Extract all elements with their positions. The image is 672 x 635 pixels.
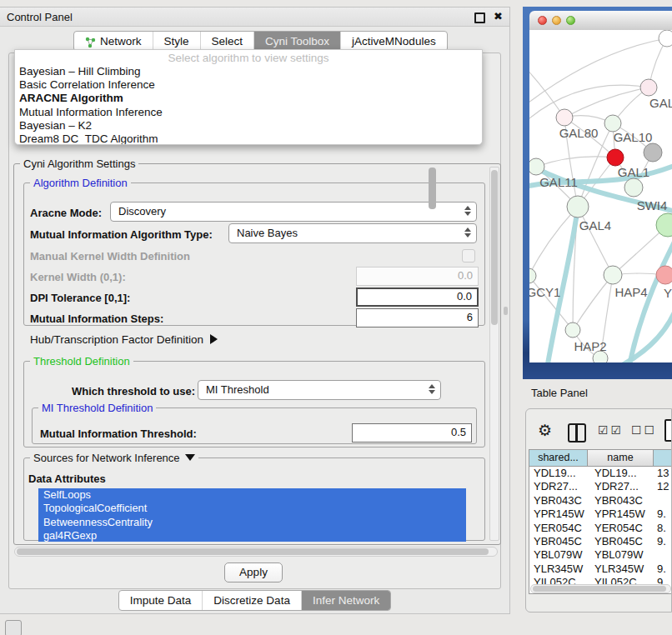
network-canvas[interactable]: GALGAL80GAL10GAL1GAL11SWI4GAL4GCY1HAP4YH… xyxy=(529,30,672,362)
hub-section-toggle[interactable]: Hub/Transcription Factor Definition xyxy=(30,333,218,346)
table-row[interactable]: YER054CYER054C8. xyxy=(529,522,672,535)
tab-cyni-toolbox[interactable]: Cyni Toolbox xyxy=(253,32,340,51)
table-cell[interactable] xyxy=(654,494,672,508)
new-document-icon[interactable] xyxy=(664,419,672,442)
table-cell[interactable]: YDL19... xyxy=(529,467,588,480)
table-cell[interactable]: YBL079W xyxy=(588,548,654,562)
column-layout-icon[interactable] xyxy=(568,423,586,442)
table-cell[interactable]: YLR345W xyxy=(588,562,654,576)
table-row[interactable]: YDR27...YDR27...12 xyxy=(529,480,672,493)
tab-jactivemnodules[interactable]: jActiveMNodules xyxy=(340,32,447,51)
sources-group-title[interactable]: Sources for Network Inference xyxy=(30,452,198,464)
tab-style[interactable]: Style xyxy=(153,32,200,51)
data-attributes-list[interactable]: SelfLoopsTopologicalCoefficientBetweenne… xyxy=(38,488,466,542)
tab-impute-data[interactable]: Impute Data xyxy=(119,591,203,610)
table-cell[interactable] xyxy=(654,548,672,562)
manual-kernel-checkbox[interactable] xyxy=(462,249,475,262)
node-partial-top[interactable] xyxy=(659,30,672,47)
tab-select[interactable]: Select xyxy=(200,32,254,51)
table-row[interactable]: YBR045CYBR045C9. xyxy=(529,535,672,548)
node-swi4[interactable] xyxy=(624,178,643,197)
table-cell[interactable]: YPR145W xyxy=(529,508,588,521)
table-cell[interactable]: YBR043C xyxy=(588,494,654,508)
dropdown-item[interactable]: ARACNE Algorithm xyxy=(15,92,482,105)
node-gal11[interactable] xyxy=(529,158,544,175)
table-cell[interactable]: 8. xyxy=(654,522,672,535)
mi-steps-field[interactable]: 6 xyxy=(356,308,479,328)
node-hap4[interactable] xyxy=(604,266,622,284)
table-cell[interactable]: YER054C xyxy=(529,522,588,535)
minimized-panel-icon[interactable] xyxy=(5,620,22,635)
node-label: HAP2 xyxy=(574,339,606,353)
node-gal80[interactable] xyxy=(556,109,573,126)
attribute-list-item[interactable]: gal4RGexp xyxy=(38,529,466,542)
tab-network[interactable]: Network xyxy=(74,32,153,51)
gear-icon[interactable]: ⚙ xyxy=(538,421,552,440)
dropdown-item[interactable]: Bayesian – K2 xyxy=(15,119,482,132)
close-icon[interactable]: ✖ xyxy=(494,10,503,22)
table-cell[interactable]: YLR345W xyxy=(529,562,588,576)
zoom-window-icon[interactable] xyxy=(566,16,575,25)
tab-discretize-data[interactable]: Discretize Data xyxy=(202,591,301,610)
table-cell[interactable]: YDR27... xyxy=(588,480,654,493)
attribute-list-item[interactable]: TopologicalCoefficient xyxy=(38,502,466,515)
node-hap2[interactable] xyxy=(565,322,580,338)
table-cell[interactable]: 9. xyxy=(654,535,672,548)
table-cell[interactable]: YBL079W xyxy=(529,548,588,562)
table-cell[interactable]: YBR043C xyxy=(529,494,588,508)
tab-infer-network[interactable]: Infer Network xyxy=(301,591,390,610)
attribute-list-scrollbar-thumb[interactable] xyxy=(429,168,436,209)
mi-threshold-field[interactable]: 0.5 xyxy=(352,423,472,442)
minimize-window-icon[interactable] xyxy=(552,16,561,25)
table-cell[interactable]: 13 xyxy=(654,467,672,480)
table-cell[interactable]: YER054C xyxy=(588,522,654,535)
node-gal4[interactable] xyxy=(567,196,589,218)
table-hscroll-thumb[interactable] xyxy=(533,586,666,592)
table-row[interactable]: YPR145WYPR145W9. xyxy=(529,508,672,521)
node-gal10[interactable] xyxy=(604,115,621,132)
column-header-shared-name[interactable]: shared... xyxy=(529,450,588,466)
node-gray[interactable] xyxy=(644,143,662,162)
table-cell[interactable]: 12 xyxy=(654,480,672,493)
manual-kernel-label: Manual Kernel Width Definition xyxy=(30,250,190,262)
table-cell[interactable]: YPR145W xyxy=(588,508,654,521)
attribute-list-item[interactable]: SelfLoops xyxy=(38,488,466,502)
settings-hscroll-thumb[interactable] xyxy=(17,548,489,555)
node-gal-pink[interactable] xyxy=(640,79,657,96)
settings-vscroll-thumb[interactable] xyxy=(491,170,498,325)
dropdown-item[interactable]: Basic Correlation Inference xyxy=(15,78,482,92)
table-cell[interactable]: YDL19... xyxy=(588,467,654,480)
apply-button[interactable]: Apply xyxy=(224,562,283,582)
dropdown-item[interactable]: Bayesian – Hill Climbing xyxy=(15,65,482,78)
close-window-icon[interactable] xyxy=(538,16,547,25)
dropdown-item[interactable]: Dream8 DC_TDC Algorithm xyxy=(15,132,482,145)
check-all-icon[interactable]: ☑☑ xyxy=(598,423,624,437)
attribute-list-item[interactable]: BetweennessCentrality xyxy=(38,516,466,529)
table-cell[interactable]: YDR27... xyxy=(529,480,588,493)
table-cell[interactable]: YBR045C xyxy=(529,535,588,548)
table-row[interactable]: YBR043CYBR043C xyxy=(529,494,672,508)
table-cell[interactable]: 9. xyxy=(654,562,672,576)
mi-type-select[interactable]: Naive Bayes xyxy=(228,223,477,243)
table-row[interactable]: YLR345WYLR345W9. xyxy=(529,562,672,576)
uncheck-all-icon[interactable]: ☐☐ xyxy=(631,423,657,437)
table-row[interactable]: YBL079WYBL079W xyxy=(529,548,672,562)
column-header-partial[interactable] xyxy=(654,450,672,466)
node-gcy1[interactable] xyxy=(529,268,536,283)
column-header-name[interactable]: name xyxy=(588,450,654,466)
aracne-mode-select[interactable]: Discovery xyxy=(110,202,477,222)
settings-horizontal-scrollbar[interactable] xyxy=(14,547,498,557)
panel-splitter-handle[interactable] xyxy=(504,307,508,315)
table-cell[interactable]: YBR045C xyxy=(588,535,654,548)
settings-vertical-scrollbar[interactable] xyxy=(489,167,499,541)
table-row[interactable]: YDL19...YDL19...13 xyxy=(529,467,672,480)
float-panel-icon[interactable] xyxy=(474,12,485,23)
node-label: GAL80 xyxy=(559,126,599,140)
table-cell[interactable]: 9. xyxy=(654,508,672,521)
table-horizontal-scrollbar[interactable] xyxy=(530,584,671,593)
dropdown-item[interactable]: Mutual Information Inference xyxy=(15,106,482,119)
dpi-tolerance-field[interactable]: 0.0 xyxy=(356,288,479,307)
node-gal1-selected[interactable] xyxy=(607,149,624,166)
which-threshold-select[interactable]: MI Threshold xyxy=(198,380,441,400)
node-pink-right[interactable] xyxy=(656,266,672,284)
